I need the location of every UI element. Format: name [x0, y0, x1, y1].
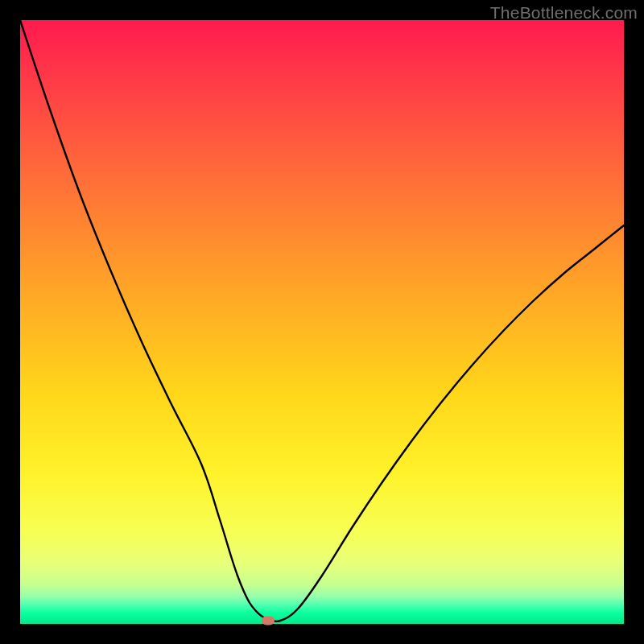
curve-svg	[20, 20, 624, 624]
chart-frame: TheBottleneck.com	[0, 0, 644, 644]
bottleneck-curve	[20, 20, 624, 621]
minimum-marker	[262, 617, 275, 625]
plot-area	[20, 20, 624, 624]
